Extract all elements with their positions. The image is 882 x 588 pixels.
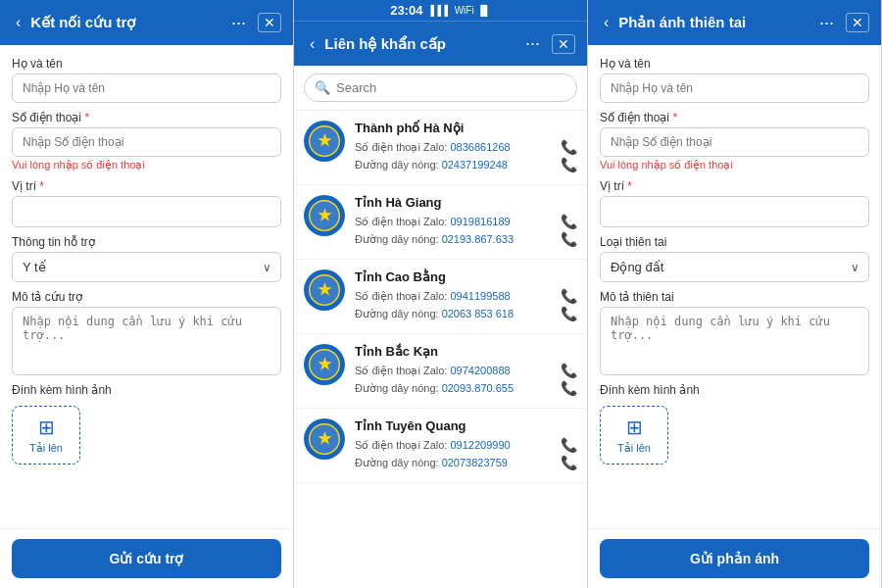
name-field-group-p3: Họ và tên [600, 57, 869, 103]
phone-label: Số điện thoại * [12, 111, 281, 124]
close-button-p1[interactable]: ✕ [258, 13, 281, 32]
hotline-row-0: Đường dây nóng: 02437199248 📞 [355, 157, 577, 172]
zalo-row-2: Số điện thoại Zalo: 0941199588 📞 [355, 288, 577, 304]
panel3-header: ‹ Phản ánh thiên tai ··· ✕ [588, 0, 881, 45]
zalo-label-2: Số điện thoại Zalo: 0941199588 [355, 290, 511, 303]
list-item: ★ Tỉnh Bắc Kạn Số điện thoại Zalo: 09742… [294, 334, 587, 409]
location-input[interactable] [12, 196, 281, 227]
name-label: Họ và tên [12, 57, 281, 71]
info-select[interactable]: Y tế Thực phẩm Nước uống Khác [12, 252, 281, 282]
hotline-call-icon-2[interactable]: 📞 [561, 306, 577, 321]
location-input-p3[interactable] [600, 196, 869, 227]
phone-field-group-p3: Số điện thoại * Vui lòng nhập số điện th… [600, 111, 869, 172]
list-item: ★ Thành phố Hà Nội Số điện thoại Zalo: 0… [294, 111, 587, 185]
contact-name-4: Tỉnh Tuyên Quang [355, 418, 577, 433]
search-input[interactable] [336, 80, 566, 95]
panel-ket-noi-cuu-tro: ‹ Kết nối cứu trợ ··· ✕ Họ và tên Số điệ… [0, 0, 294, 588]
upload-button-p3[interactable]: ⊞ Tải lên [600, 406, 668, 465]
hotline-call-icon-1[interactable]: 📞 [561, 231, 577, 247]
zalo-row-4: Số điện thoại Zalo: 0912209990 📞 [355, 437, 577, 453]
contact-name-3: Tỉnh Bắc Kạn [355, 344, 577, 359]
contact-name-2: Tỉnh Cao Bằng [355, 270, 577, 284]
submit-phan-anh-button[interactable]: Gửi phản ánh [600, 539, 869, 578]
contact-name-0: Thành phố Hà Nội [355, 121, 577, 135]
zalo-call-icon-3[interactable]: 📞 [561, 363, 577, 378]
svg-text:★: ★ [318, 131, 332, 149]
attach-label: Đính kèm hình ảnh [12, 383, 281, 397]
zalo-label-3: Số điện thoại Zalo: 0974200888 [355, 365, 511, 377]
zalo-call-icon-4[interactable]: 📞 [561, 437, 577, 453]
contact-logo-3: ★ [304, 344, 345, 385]
zalo-call-icon-0[interactable]: 📞 [561, 139, 577, 155]
desc-textarea[interactable] [12, 307, 281, 375]
name-input[interactable] [12, 74, 281, 103]
list-item: ★ Tỉnh Hà Giang Số điện thoại Zalo: 0919… [294, 185, 587, 260]
panel3-body: Họ và tên Số điện thoại * Vui lòng nhập … [588, 45, 881, 528]
dots-menu-p2[interactable]: ··· [525, 33, 540, 54]
disaster-select-wrapper: Động đất Lũ lụt Bão Sạt lở Khác ∨ [600, 252, 869, 282]
desc-label-p3: Mô tả thiên tai [600, 290, 869, 304]
close-button-p2[interactable]: ✕ [552, 34, 575, 54]
hotline-label-4: Đường dây nóng: 02073823759 [355, 457, 508, 469]
hotline-label-1: Đường dây nóng: 02193.867.633 [355, 233, 514, 246]
upload-section: Đính kèm hình ảnh ⊞ Tải lên [12, 383, 281, 465]
search-input-wrapper: 🔍 [304, 74, 577, 102]
svg-text:★: ★ [318, 280, 332, 298]
contact-name-1: Tỉnh Hà Giang [355, 195, 577, 210]
info-label: Thông tin hỗ trợ [12, 235, 281, 249]
panel-lien-he-khan-cap: 23:04 ▌▌▌ WiFi ▐▌ ‹ Liên hệ khẩn cấp ···… [294, 0, 588, 588]
time-bar: 23:04 ▌▌▌ WiFi ▐▌ [294, 0, 587, 21]
attach-label-p3: Đính kèm hình ảnh [600, 383, 869, 397]
zalo-row-1: Số điện thoại Zalo: 0919816189 📞 [355, 214, 577, 229]
contact-info-4: Tỉnh Tuyên Quang Số điện thoại Zalo: 091… [355, 418, 577, 472]
panel1-title: Kết nối cứu trợ [30, 14, 225, 31]
panel3-title: Phản ánh thiên tai [618, 14, 813, 31]
submit-cuu-tro-button[interactable]: Gửi cứu trợ [12, 539, 281, 578]
status-icons: ▌▌▌ WiFi ▐▌ [430, 5, 490, 16]
phone-error-p3: Vui lòng nhập số điện thoại [600, 159, 869, 172]
disaster-select[interactable]: Động đất Lũ lụt Bão Sạt lở Khác [600, 252, 869, 282]
location-label-p3: Vị trí * [600, 179, 869, 193]
signal-icon: ▌▌▌ [430, 5, 451, 16]
location-field-group-p3: Vị trí * [600, 179, 869, 227]
upload-button[interactable]: ⊞ Tải lên [12, 406, 80, 465]
hotline-call-icon-3[interactable]: 📞 [561, 380, 577, 396]
back-button-p3[interactable]: ‹ [600, 12, 612, 33]
name-input-p3[interactable] [600, 74, 869, 103]
panel1-header: ‹ Kết nối cứu trợ ··· ✕ [0, 0, 293, 45]
dots-menu-p1[interactable]: ··· [231, 13, 246, 33]
zalo-label-4: Số điện thoại Zalo: 0912209990 [355, 439, 511, 452]
upload-icon-p3: ⊞ [626, 416, 643, 439]
zalo-call-icon-2[interactable]: 📞 [561, 288, 577, 304]
back-button-p1[interactable]: ‹ [12, 12, 24, 33]
svg-text:★: ★ [318, 355, 332, 372]
desc-field-group: Mô tả cứu trợ [12, 290, 281, 375]
panel-phan-anh-thien-tai: ‹ Phản ánh thiên tai ··· ✕ Họ và tên Số … [588, 0, 882, 588]
disaster-field-group: Loại thiên tai Động đất Lũ lụt Bão Sạt l… [600, 235, 869, 282]
contact-info-0: Thành phố Hà Nội Số điện thoại Zalo: 083… [355, 121, 577, 174]
dots-menu-p3[interactable]: ··· [819, 13, 834, 33]
hotline-call-icon-4[interactable]: 📞 [561, 455, 577, 470]
desc-textarea-p3[interactable] [600, 307, 869, 375]
location-field-group: Vị trí * [12, 179, 281, 227]
zalo-label-0: Số điện thoại Zalo: 0836861268 [355, 141, 511, 154]
disaster-label: Loại thiên tai [600, 235, 869, 249]
phone-input-p3[interactable] [600, 127, 869, 157]
zalo-call-icon-1[interactable]: 📞 [561, 214, 577, 229]
hotline-label-2: Đường dây nóng: 02063 853 618 [355, 308, 514, 320]
phone-error: Vui lòng nhập số điện thoại [12, 159, 281, 172]
back-button-p2[interactable]: ‹ [306, 33, 318, 55]
phone-input[interactable] [12, 127, 281, 157]
location-label: Vị trí * [12, 179, 281, 193]
search-icon: 🔍 [315, 80, 330, 95]
hotline-call-icon-0[interactable]: 📞 [561, 157, 577, 172]
svg-text:★: ★ [318, 429, 332, 447]
close-button-p3[interactable]: ✕ [846, 13, 869, 32]
contacts-list: ★ Thành phố Hà Nội Số điện thoại Zalo: 0… [294, 111, 587, 588]
contact-logo-4: ★ [304, 418, 345, 460]
panel3-footer: Gửi phản ánh [588, 528, 881, 588]
contact-logo-1: ★ [304, 195, 345, 236]
upload-label-p3: Tải lên [617, 442, 651, 455]
hotline-row-3: Đường dây nóng: 02093.870.655 📞 [355, 380, 577, 396]
hotline-label-3: Đường dây nóng: 02093.870.655 [355, 382, 514, 395]
